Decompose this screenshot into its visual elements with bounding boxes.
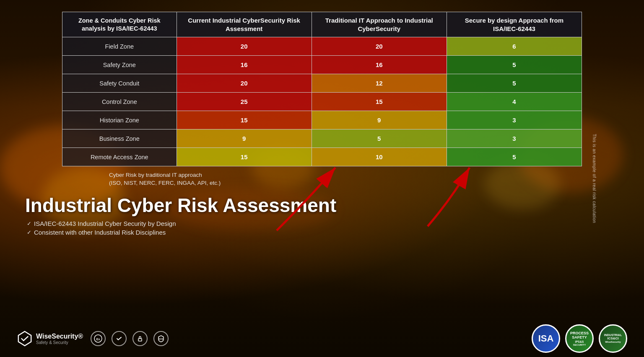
traditional-risk-cell: 20: [312, 37, 447, 56]
col-header-traditional: Traditional IT Approach to Industrial Cy…: [312, 12, 447, 37]
lock-icon: [132, 331, 148, 346]
secure-risk-cell: 3: [447, 111, 582, 129]
table-row: Control Zone25154: [62, 93, 582, 111]
traditional-risk-cell: 15: [312, 93, 447, 111]
traditional-risk-cell: 16: [312, 56, 447, 74]
bullet-1: ISA/IEC-62443 Industrial Cyber Security …: [27, 220, 631, 227]
svg-rect-5: [138, 339, 142, 341]
current-risk-cell: 25: [177, 93, 312, 111]
current-risk-cell: 15: [177, 111, 312, 129]
logo-area: WiseSecurity® Safety & Security Ex: [17, 331, 169, 347]
current-risk-cell: 16: [177, 56, 312, 74]
ips-cert: PROCESSSAFETY IPS&S SECURITY: [565, 324, 594, 353]
risk-table: Zone & Conduits Cyber Risk analysis by I…: [62, 12, 582, 166]
traditional-risk-cell: 10: [312, 148, 447, 166]
annotation-text: Cyber Risk by traditional IT approach (I…: [109, 171, 631, 187]
table-container: Zone & Conduits Cyber Risk analysis by I…: [62, 12, 582, 166]
secure-risk-cell: 5: [447, 74, 582, 93]
main-title: Industrial Cyber Risk Assessment: [25, 194, 631, 217]
bottom-section: Cyber Risk by traditional IT approach (I…: [13, 170, 631, 238]
atex-icon: Ex: [91, 331, 106, 346]
table-row: Safety Zone16165: [62, 56, 582, 74]
table-row: Safety Conduit20125: [62, 74, 582, 93]
wisesecurity-icon: [17, 331, 33, 347]
ics-cert: INDUSTRIAL ICS&CI WiseSecurity: [599, 324, 627, 353]
col-header-secure: Secure by design Approach from ISA/IEC-6…: [447, 12, 582, 37]
traditional-risk-cell: 5: [312, 129, 447, 148]
current-risk-cell: 9: [177, 129, 312, 148]
secure-risk-cell: 4: [447, 93, 582, 111]
zone-cell: Historian Zone: [62, 111, 177, 129]
footer: WiseSecurity® Safety & Security Ex: [0, 324, 644, 353]
table-row: Business Zone953: [62, 129, 582, 148]
brand-name: WiseSecurity®: [36, 333, 83, 340]
side-text: This is an example of a real risk calcul…: [592, 134, 597, 223]
wisesecurity-logo: WiseSecurity® Safety & Security: [17, 331, 83, 347]
zone-cell: Safety Conduit: [62, 74, 177, 93]
cert-logos: ISA PROCESSSAFETY IPS&S SECURITY INDUSTR…: [532, 324, 627, 353]
annotation-line2: (ISO, NIST, NERC, FERC, INGAA, API, etc.…: [109, 180, 221, 186]
zone-cell: Control Zone: [62, 93, 177, 111]
current-risk-cell: 20: [177, 37, 312, 56]
col-header-zone: Zone & Conduits Cyber Risk analysis by I…: [62, 12, 177, 37]
content-wrapper: Zone & Conduits Cyber Risk analysis by I…: [0, 0, 644, 357]
table-row: Remote Access Zone15105: [62, 148, 582, 166]
svg-text:Ex: Ex: [96, 338, 100, 341]
current-risk-cell: 20: [177, 74, 312, 93]
bullet-2: Consistent with other Industrial Risk Di…: [27, 229, 631, 236]
table-row: Field Zone20206: [62, 37, 582, 56]
brand-sub: Safety & Security: [36, 340, 83, 345]
secure-risk-cell: 3: [447, 129, 582, 148]
secure-risk-cell: 6: [447, 37, 582, 56]
zone-cell: Remote Access Zone: [62, 148, 177, 166]
current-risk-cell: 15: [177, 148, 312, 166]
check-icon: [112, 331, 127, 346]
annotation-line1: Cyber Risk by traditional IT approach: [109, 172, 202, 178]
bullet-list: ISA/IEC-62443 Industrial Cyber Security …: [27, 220, 631, 238]
secure-risk-cell: 5: [447, 148, 582, 166]
table-row: Historian Zone1593: [62, 111, 582, 129]
svg-text:ICS: ICS: [159, 338, 163, 340]
svg-marker-2: [18, 331, 31, 346]
footer-icons: Ex ICS: [91, 331, 169, 346]
traditional-risk-cell: 12: [312, 74, 447, 93]
isa-cert: ISA: [532, 324, 560, 353]
secure-risk-cell: 5: [447, 56, 582, 74]
zone-cell: Safety Zone: [62, 56, 177, 74]
traditional-risk-cell: 9: [312, 111, 447, 129]
zone-cell: Business Zone: [62, 129, 177, 148]
col-header-current: Current Industrial CyberSecurity Risk As…: [177, 12, 312, 37]
shield-icon: ICS: [153, 331, 169, 346]
zone-cell: Field Zone: [62, 37, 177, 56]
brand-text: WiseSecurity® Safety & Security: [36, 333, 83, 345]
